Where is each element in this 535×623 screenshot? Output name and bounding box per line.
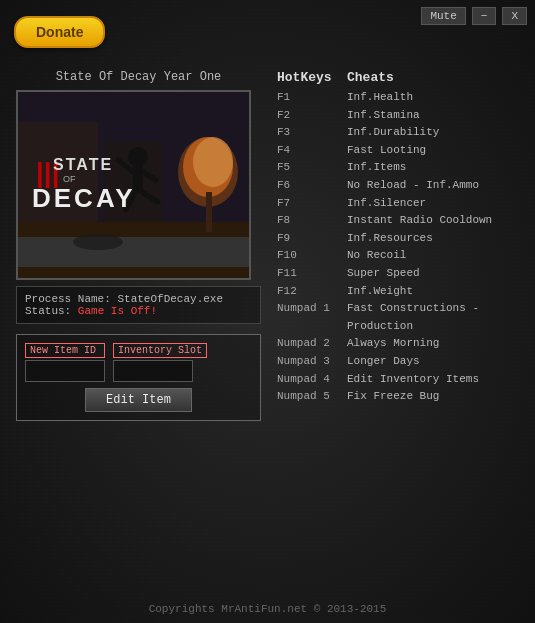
close-button[interactable]: X xyxy=(502,7,527,25)
cheat-row: F2Inf.Stamina xyxy=(277,107,519,125)
game-image: ||| STATE OF DECAY xyxy=(16,90,251,280)
svg-point-5 xyxy=(193,137,233,187)
edit-item-button[interactable]: Edit Item xyxy=(85,388,192,412)
cheat-name: Always Morning xyxy=(347,335,439,353)
cheat-row: F1Inf.Health xyxy=(277,89,519,107)
edit-panel: New Item ID Inventory Slot Edit Item xyxy=(16,334,261,421)
cheat-name: Instant Radio Cooldown xyxy=(347,212,492,230)
svg-rect-6 xyxy=(206,192,212,232)
cheats-header: HotKeys Cheats xyxy=(277,70,519,85)
cheat-row: F3Inf.Durability xyxy=(277,124,519,142)
cheats-rows: F1Inf.HealthF2Inf.StaminaF3Inf.Durabilit… xyxy=(277,89,519,406)
cheat-row: F4Fast Looting xyxy=(277,142,519,160)
top-controls: Mute − X xyxy=(421,7,527,25)
cheat-name: Fast Constructions - Production xyxy=(347,300,519,335)
status-value: Game Is Off! xyxy=(78,305,157,317)
hotkey-key: Numpad 4 xyxy=(277,371,347,389)
cheat-row: F11Super Speed xyxy=(277,265,519,283)
left-panel: State Of Decay Year One xyxy=(16,70,261,421)
cheat-name: No Reload - Inf.Ammo xyxy=(347,177,479,195)
cheat-row: F5Inf.Items xyxy=(277,159,519,177)
status-line: Status: Game Is Off! xyxy=(25,305,252,317)
process-name-line: Process Name: StateOfDecay.exe xyxy=(25,293,252,305)
cheat-row: Numpad 2Always Morning xyxy=(277,335,519,353)
svg-text:DECAY: DECAY xyxy=(32,183,136,213)
footer-text: Copyrights MrAntiFun.net © 2013-2015 xyxy=(149,603,387,615)
process-label: Process Name: xyxy=(25,293,111,305)
cheat-name: Inf.Health xyxy=(347,89,413,107)
footer: Copyrights MrAntiFun.net © 2013-2015 xyxy=(0,603,535,615)
inventory-slot-group: Inventory Slot xyxy=(113,343,207,382)
cheat-row: F10No Recoil xyxy=(277,247,519,265)
cheat-row: Numpad 3Longer Days xyxy=(277,353,519,371)
donate-button[interactable]: Donate xyxy=(14,16,105,48)
status-label: Status: xyxy=(25,305,71,317)
game-background: ||| STATE OF DECAY xyxy=(18,92,249,278)
game-title: State Of Decay Year One xyxy=(16,70,261,84)
hotkey-key: Numpad 1 xyxy=(277,300,347,335)
inventory-slot-input[interactable] xyxy=(113,360,193,382)
cheat-name: Longer Days xyxy=(347,353,420,371)
svg-point-9 xyxy=(128,147,148,167)
hotkey-key: F10 xyxy=(277,247,347,265)
cheat-row: Numpad 4Edit Inventory Items xyxy=(277,371,519,389)
hotkey-key: F9 xyxy=(277,230,347,248)
hotkey-key: F7 xyxy=(277,195,347,213)
hotkey-key: Numpad 5 xyxy=(277,388,347,406)
hotkey-key: F2 xyxy=(277,107,347,125)
new-item-id-label: New Item ID xyxy=(25,343,105,358)
hotkey-key: F1 xyxy=(277,89,347,107)
cheat-name: Inf.Silencer xyxy=(347,195,426,213)
main-window: Mute − X Donate State Of Decay Year One xyxy=(0,0,535,623)
cheat-name: Fast Looting xyxy=(347,142,426,160)
hotkey-key: Numpad 3 xyxy=(277,353,347,371)
hotkey-key: F8 xyxy=(277,212,347,230)
hotkey-key: Numpad 2 xyxy=(277,335,347,353)
cheat-name: Inf.Durability xyxy=(347,124,439,142)
minimize-button[interactable]: − xyxy=(472,7,497,25)
edit-fields: New Item ID Inventory Slot xyxy=(25,343,252,382)
process-value: StateOfDecay.exe xyxy=(117,293,223,305)
cheat-name: Inf.Stamina xyxy=(347,107,420,125)
cheat-name: No Recoil xyxy=(347,247,406,265)
cheat-row: F6No Reload - Inf.Ammo xyxy=(277,177,519,195)
cheat-name: Inf.Resources xyxy=(347,230,433,248)
cheats-table: HotKeys Cheats F1Inf.HealthF2Inf.Stamina… xyxy=(277,70,519,406)
cheats-header-label: Cheats xyxy=(347,70,394,85)
cheat-name: Inf.Weight xyxy=(347,283,413,301)
cheat-row: F12Inf.Weight xyxy=(277,283,519,301)
hotkey-key: F11 xyxy=(277,265,347,283)
hotkey-key: F3 xyxy=(277,124,347,142)
hotkey-key: F5 xyxy=(277,159,347,177)
main-content: State Of Decay Year One xyxy=(0,62,535,429)
cheat-name: Inf.Items xyxy=(347,159,406,177)
cheat-name: Super Speed xyxy=(347,265,420,283)
new-item-id-group: New Item ID xyxy=(25,343,105,382)
process-info: Process Name: StateOfDecay.exe Status: G… xyxy=(16,286,261,324)
inventory-slot-label: Inventory Slot xyxy=(113,343,207,358)
svg-point-15 xyxy=(73,234,123,250)
cheat-name: Edit Inventory Items xyxy=(347,371,479,389)
svg-text:STATE: STATE xyxy=(53,156,113,173)
cheat-row: Numpad 1Fast Constructions - Production xyxy=(277,300,519,335)
cheat-row: F8Instant Radio Cooldown xyxy=(277,212,519,230)
svg-rect-2 xyxy=(18,237,251,267)
right-panel: HotKeys Cheats F1Inf.HealthF2Inf.Stamina… xyxy=(277,70,519,421)
hotkey-key: F12 xyxy=(277,283,347,301)
game-art-svg: ||| STATE OF DECAY xyxy=(18,92,251,280)
mute-button[interactable]: Mute xyxy=(421,7,465,25)
hotkey-key: F4 xyxy=(277,142,347,160)
cheat-row: Numpad 5Fix Freeze Bug xyxy=(277,388,519,406)
cheat-name: Fix Freeze Bug xyxy=(347,388,439,406)
cheat-row: F9Inf.Resources xyxy=(277,230,519,248)
cheat-row: F7Inf.Silencer xyxy=(277,195,519,213)
hotkey-key: F6 xyxy=(277,177,347,195)
new-item-id-input[interactable] xyxy=(25,360,105,382)
hotkeys-header: HotKeys xyxy=(277,70,347,85)
